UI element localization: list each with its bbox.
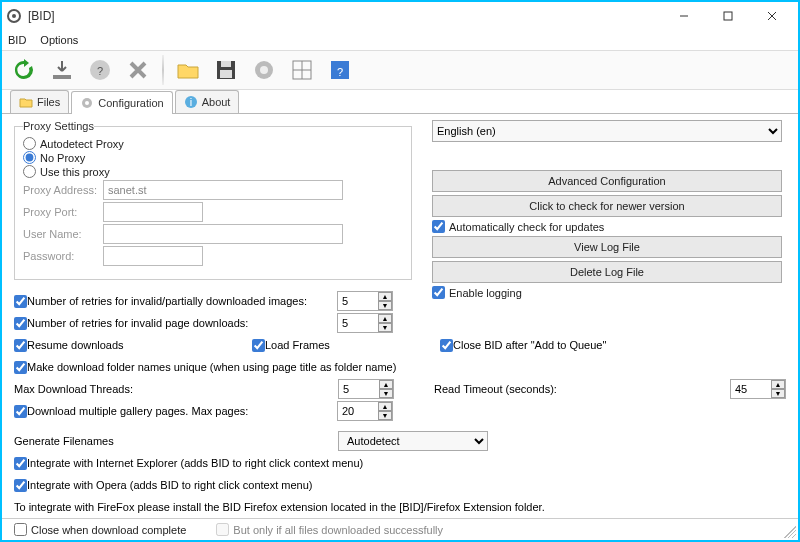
multi-gallery-checkbox[interactable] — [14, 405, 27, 418]
app-icon — [6, 8, 22, 24]
spinner-buttons[interactable]: ▲▼ — [378, 402, 392, 420]
resume-downloads-checkbox[interactable] — [14, 339, 27, 352]
maximize-button[interactable] — [706, 2, 750, 30]
tab-configuration[interactable]: Configuration — [71, 91, 172, 114]
proxy-legend: Proxy Settings — [23, 120, 94, 132]
close-bid-checkbox[interactable] — [440, 339, 453, 352]
close-when-complete-checkbox[interactable] — [14, 523, 27, 536]
cancel-icon[interactable] — [122, 54, 154, 86]
folder-icon[interactable] — [172, 54, 204, 86]
svg-point-1 — [12, 14, 16, 18]
delete-log-button[interactable]: Delete Log File — [432, 261, 782, 283]
menu-options[interactable]: Options — [40, 34, 78, 46]
retries-page-checkbox[interactable] — [14, 317, 27, 330]
reload-icon[interactable] — [8, 54, 40, 86]
grid-icon[interactable] — [286, 54, 318, 86]
svg-text:?: ? — [97, 65, 103, 77]
svg-text:i: i — [189, 96, 191, 108]
firefox-note: To integrate with FireFox please install… — [14, 501, 545, 513]
view-log-button[interactable]: View Log File — [432, 236, 782, 258]
check-version-button[interactable]: Click to check for newer version — [432, 195, 782, 217]
generate-filenames-select[interactable]: Autodetect — [338, 431, 488, 451]
language-select[interactable]: English (en) — [432, 120, 782, 142]
save-icon[interactable] — [210, 54, 242, 86]
integrate-ie-checkbox[interactable] — [14, 457, 27, 470]
load-frames-checkbox[interactable] — [252, 339, 265, 352]
generate-filenames-label: Generate Filenames — [14, 435, 338, 447]
menu-bid[interactable]: BID — [8, 34, 26, 46]
spinner-buttons[interactable]: ▲▼ — [771, 380, 785, 398]
svg-point-12 — [260, 66, 268, 74]
max-threads-label: Max Download Threads: — [14, 383, 338, 395]
svg-point-19 — [85, 101, 89, 105]
spinner-buttons[interactable]: ▲▼ — [379, 380, 393, 398]
autodetect-proxy-radio[interactable] — [23, 137, 36, 150]
read-timeout-label: Read Timeout (seconds): — [434, 383, 614, 395]
proxy-settings-group: Proxy Settings Autodetect Proxy No Proxy… — [14, 120, 412, 280]
auto-check-updates-checkbox[interactable] — [432, 220, 445, 233]
only-if-all-success-checkbox — [216, 523, 229, 536]
no-proxy-radio[interactable] — [23, 151, 36, 164]
close-button[interactable] — [750, 2, 794, 30]
svg-text:?: ? — [337, 66, 343, 78]
window-title: [BID] — [22, 9, 662, 23]
proxy-port-input[interactable] — [103, 202, 203, 222]
download-icon[interactable] — [46, 54, 78, 86]
minimize-button[interactable] — [662, 2, 706, 30]
gear-icon — [80, 96, 94, 110]
help-icon[interactable]: ? — [84, 54, 116, 86]
tab-label: About — [202, 96, 231, 108]
tab-about[interactable]: i About — [175, 90, 240, 113]
question-icon[interactable]: ? — [324, 54, 356, 86]
tab-label: Configuration — [98, 97, 163, 109]
svg-rect-3 — [724, 12, 732, 20]
svg-rect-9 — [221, 61, 231, 67]
gear-icon[interactable] — [248, 54, 280, 86]
tab-files[interactable]: Files — [10, 90, 69, 113]
svg-rect-10 — [220, 70, 232, 78]
integrate-opera-checkbox[interactable] — [14, 479, 27, 492]
tab-label: Files — [37, 96, 60, 108]
unique-folder-checkbox[interactable] — [14, 361, 27, 374]
spinner-buttons[interactable]: ▲▼ — [378, 292, 392, 310]
proxy-user-input[interactable] — [103, 224, 343, 244]
advanced-config-button[interactable]: Advanced Configuration — [432, 170, 782, 192]
spinner-buttons[interactable]: ▲▼ — [378, 314, 392, 332]
info-icon: i — [184, 95, 198, 109]
proxy-address-input[interactable] — [103, 180, 343, 200]
use-this-proxy-radio[interactable] — [23, 165, 36, 178]
folder-icon — [19, 95, 33, 109]
retries-images-checkbox[interactable] — [14, 295, 27, 308]
proxy-password-input[interactable] — [103, 246, 203, 266]
resize-grip[interactable] — [784, 526, 796, 538]
